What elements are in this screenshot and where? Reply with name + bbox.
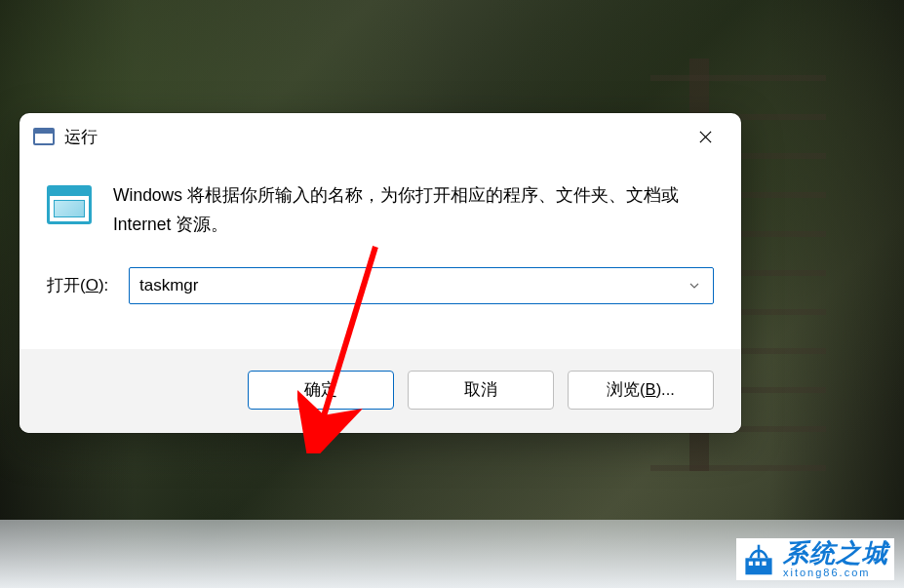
dialog-description: Windows 将根据你所输入的名称，为你打开相应的程序、文件夹、文档或 Int…	[113, 181, 714, 240]
title-bar: 运行	[20, 113, 741, 160]
desktop-background: 运行 Windows 将根据你所输入的名称，为你打开相应的程序、文件夹、文档或 …	[0, 0, 904, 588]
run-dialog: 运行 Windows 将根据你所输入的名称，为你打开相应的程序、文件夹、文档或 …	[20, 113, 741, 433]
svg-rect-3	[762, 561, 766, 565]
open-row: 打开(O):	[47, 267, 714, 304]
run-title-icon	[33, 128, 55, 145]
chevron-down-icon	[688, 280, 700, 292]
open-label: 打开(O):	[47, 274, 119, 296]
watermark: 系统之城 xitong86.com	[736, 538, 894, 580]
watermark-sub: xitong86.com	[783, 568, 888, 578]
watermark-main: 系统之城	[783, 540, 888, 566]
open-input[interactable]	[139, 276, 686, 295]
watermark-logo-icon	[742, 543, 775, 576]
open-combobox[interactable]	[129, 267, 714, 304]
dropdown-toggle[interactable]	[686, 277, 703, 294]
run-program-icon	[47, 185, 92, 224]
svg-rect-0	[745, 558, 771, 574]
ok-button[interactable]: 确定	[248, 371, 394, 410]
info-row: Windows 将根据你所输入的名称，为你打开相应的程序、文件夹、文档或 Int…	[47, 181, 714, 240]
svg-rect-2	[756, 561, 760, 565]
close-button[interactable]	[683, 114, 727, 159]
browse-button[interactable]: 浏览(B)...	[568, 371, 714, 410]
dialog-title: 运行	[64, 126, 98, 148]
watermark-text: 系统之城 xitong86.com	[783, 540, 888, 578]
svg-rect-1	[749, 561, 753, 565]
close-icon	[698, 130, 713, 144]
dialog-body: Windows 将根据你所输入的名称，为你打开相应的程序、文件夹、文档或 Int…	[20, 160, 741, 310]
button-bar: 确定 取消 浏览(B)...	[20, 349, 741, 433]
cancel-button[interactable]: 取消	[408, 371, 554, 410]
